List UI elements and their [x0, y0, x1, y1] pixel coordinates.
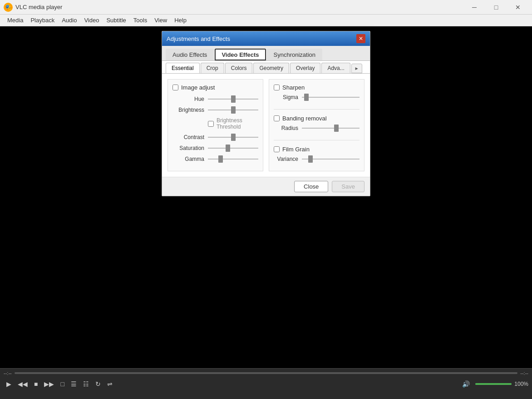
variance-slider[interactable]: [302, 155, 360, 163]
volume-label: 100%: [514, 381, 528, 387]
menu-playback[interactable]: Playback: [27, 15, 58, 25]
film-grain-checkbox[interactable]: [274, 146, 280, 152]
sharpen-label: Sharpen: [282, 84, 305, 91]
variance-slider-row: Variance: [276, 155, 360, 163]
controls-row: ▶ ◀◀ ■ ▶▶ □ ☰ ☷ ↻ ⇌ 🔊 100%: [0, 378, 532, 390]
hue-slider-row: Hue: [172, 95, 258, 103]
window-controls: ─ □ ✕: [464, 0, 528, 15]
brightness-threshold-row: Brightness Threshold: [208, 117, 258, 130]
sharpen-header: Sharpen: [274, 84, 360, 91]
prev-button[interactable]: ◀◀: [15, 379, 30, 389]
sharpen-section: Sharpen Sigma: [274, 84, 360, 101]
menu-subtitle[interactable]: Subtitle: [103, 15, 129, 25]
saturation-slider-row: Saturation: [172, 145, 258, 152]
hue-slider[interactable]: [208, 95, 258, 103]
time-right: --:--: [520, 370, 528, 376]
window-close-button[interactable]: ✕: [507, 0, 528, 15]
subtab-overlay[interactable]: Overlay: [290, 63, 320, 73]
gamma-label: Gamma: [172, 156, 204, 162]
image-adjust-checkbox[interactable]: [172, 85, 178, 90]
app-icon: 🎭: [4, 3, 13, 12]
brightness-slider-row: Brightness: [172, 106, 258, 114]
divider-1: [274, 109, 360, 110]
subtab-geometry[interactable]: Geometry: [253, 63, 289, 73]
contrast-label: Contrast: [172, 134, 204, 140]
gamma-slider[interactable]: [208, 155, 258, 163]
hue-label: Hue: [172, 96, 204, 102]
fullscreen-button[interactable]: □: [58, 379, 67, 389]
image-adjust-row: Image adjust: [172, 84, 258, 91]
volume-fill: [475, 383, 512, 385]
subtab-essential[interactable]: Essential: [166, 63, 200, 73]
film-grain-header: Film Grain: [274, 146, 360, 153]
left-panel: Image adjust Hue Brightness: [167, 79, 263, 171]
time-left: --:--: [4, 370, 12, 376]
seek-bar[interactable]: [15, 372, 518, 374]
sigma-label: Sigma: [276, 94, 298, 100]
banding-removal-header: Banding removal: [274, 115, 360, 122]
menu-media[interactable]: Media: [4, 15, 27, 25]
dialog-overlay: Adjustments and Effects ✕ Audio Effects …: [0, 26, 532, 368]
seek-bar-row: --:-- --:--: [0, 369, 532, 378]
banding-removal-checkbox[interactable]: [274, 115, 280, 121]
menu-help[interactable]: Help: [171, 15, 190, 25]
stop-button[interactable]: ■: [31, 379, 40, 389]
dialog-close-x-button[interactable]: ✕: [356, 34, 365, 43]
next-button[interactable]: ▶▶: [41, 379, 57, 389]
repeat-button[interactable]: ↻: [93, 379, 103, 389]
menu-view[interactable]: View: [151, 15, 171, 25]
playlist-button[interactable]: ☷: [80, 379, 92, 389]
film-grain-label: Film Grain: [282, 146, 310, 153]
radius-slider[interactable]: [302, 125, 360, 132]
subtab-advanced[interactable]: Adva...: [321, 63, 350, 73]
brightness-threshold-checkbox[interactable]: [208, 121, 214, 127]
tab-synchronization[interactable]: Synchronization: [267, 49, 323, 60]
app-title: VLC media player: [15, 4, 464, 10]
play-button[interactable]: ▶: [4, 379, 14, 389]
banding-removal-section: Banding removal Radius: [274, 115, 360, 132]
dialog-title: Adjustments and Effects: [167, 35, 230, 42]
shuffle-button[interactable]: ⇌: [104, 379, 115, 389]
menu-bar: Media Playback Audio Video Subtitle Tool…: [0, 15, 532, 26]
extended-button[interactable]: ☰: [68, 379, 79, 389]
menu-video[interactable]: Video: [80, 15, 103, 25]
right-panel: Sharpen Sigma: [269, 79, 365, 171]
subtab-colors[interactable]: Colors: [225, 63, 253, 73]
subtab-crop[interactable]: Crop: [201, 63, 224, 73]
radius-label: Radius: [276, 125, 298, 131]
banding-removal-label: Banding removal: [282, 115, 327, 122]
brightness-threshold-label: Brightness Threshold: [217, 117, 258, 130]
sigma-slider[interactable]: [302, 94, 360, 101]
menu-audio[interactable]: Audio: [58, 15, 80, 25]
volume-bar[interactable]: [475, 383, 512, 385]
tab-video-effects[interactable]: Video Effects: [215, 49, 266, 60]
tab-audio-effects[interactable]: Audio Effects: [166, 49, 214, 60]
close-button[interactable]: Close: [294, 181, 328, 192]
dialog-title-bar: Adjustments and Effects ✕: [162, 31, 370, 46]
main-tabs: Audio Effects Video Effects Synchronizat…: [162, 46, 370, 61]
save-button[interactable]: Save: [332, 181, 365, 192]
volume-controls: 🔊 100%: [459, 379, 528, 389]
menu-tools[interactable]: Tools: [130, 15, 151, 25]
contrast-slider[interactable]: [208, 134, 258, 141]
maximize-button[interactable]: □: [486, 0, 507, 15]
sigma-slider-row: Sigma: [276, 94, 360, 101]
volume-icon-button[interactable]: 🔊: [459, 379, 473, 389]
dialog-footer: Close Save: [162, 177, 370, 196]
bottom-controls: --:-- --:-- ▶ ◀◀ ■ ▶▶ □ ☰ ☷ ↻ ⇌ 🔊 100%: [0, 368, 532, 399]
dialog-content: Image adjust Hue Brightness: [162, 74, 370, 177]
brightness-slider[interactable]: [208, 106, 258, 114]
minimize-button[interactable]: ─: [464, 0, 485, 15]
radius-slider-row: Radius: [276, 125, 360, 132]
gamma-slider-row: Gamma: [172, 155, 258, 163]
title-bar: 🎭 VLC media player ─ □ ✕: [0, 0, 532, 15]
playback-controls: ▶ ◀◀ ■ ▶▶ □ ☰ ☷ ↻ ⇌: [4, 379, 115, 389]
divider-2: [274, 140, 360, 140]
film-grain-section: Film Grain Variance: [274, 146, 360, 163]
subtabs-right-arrow[interactable]: ►: [351, 64, 362, 73]
sub-tabs: Essential Crop Colors Geometry Overlay A…: [162, 61, 370, 74]
adjustments-dialog: Adjustments and Effects ✕ Audio Effects …: [162, 31, 370, 196]
contrast-slider-row: Contrast: [172, 134, 258, 141]
saturation-slider[interactable]: [208, 145, 258, 152]
sharpen-checkbox[interactable]: [274, 85, 280, 90]
